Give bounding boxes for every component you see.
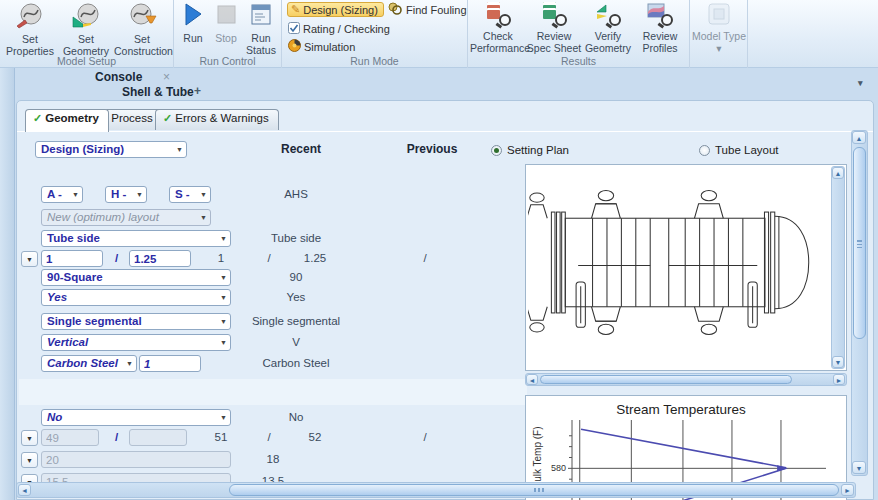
dropdown-arrow-icon: ▼ [72,191,79,198]
window-hscrollbar[interactable] [16,482,856,498]
svg-text:580: 580 [551,463,566,473]
rating-checking-toggle[interactable]: Rating / Checking [288,21,390,36]
section-gap-band [19,379,527,405]
tube-pattern-select[interactable]: 90-Square▼ [41,269,231,286]
tab-geometry[interactable]: ✓Geometry [25,109,109,132]
tube-material-select[interactable]: Carbon Steel▼ [41,355,137,372]
tab-overflow-arrow-icon[interactable]: ▾ [858,78,863,88]
hot-fluid-location-select[interactable]: Tube side▼ [41,230,231,247]
geometry-check-icon: ✓ [33,112,42,124]
review-profiles-button[interactable]: Review Profiles [632,2,688,54]
recent-tube-od: 1 [201,252,241,264]
tube-material-code-input[interactable] [139,355,201,372]
recent-tube-pitch: 1.25 [293,252,337,264]
hscroll-grip [534,488,544,492]
find-fouling-toggle[interactable]: Find Fouling [387,2,467,17]
setting-plan-hscroll-thumb[interactable] [540,375,792,384]
new-tab-button[interactable]: + [194,84,201,98]
run-icon [182,2,204,32]
front-head-type-select[interactable]: A -▼ [41,186,83,203]
vscroll-grip [857,240,862,248]
tab-close-icon[interactable]: × [163,70,170,84]
window-scroll-up-button[interactable]: ▲ [852,131,866,144]
set-geometry-button[interactable]: Set Geometry [58,2,114,54]
od-pitch-separator: / [115,252,118,264]
ribbon-group-model-type: Model Type ▾ [690,0,748,68]
setting-plan-panel: ▲ ▼ [525,164,847,371]
group-label-model-setup: Model Setup [0,55,173,67]
shell-type-select[interactable]: H -▼ [105,186,147,203]
recent-hot-fluid-location: Tube side [213,232,379,244]
run-label: Run [176,33,210,45]
previous-column-header: Previous [387,142,477,156]
set-geometry-icon [69,2,103,33]
tab-shell-and-tube-label: Shell & Tube [122,85,194,99]
window-vscroll-thumb[interactable] [853,147,866,339]
setting-plan-vscrollbar[interactable] [831,166,845,369]
set-construction-icon [125,2,159,33]
set-properties-icon [13,2,47,33]
run-status-button[interactable]: Run Status [242,2,280,54]
window-hscroll-thumb[interactable] [229,484,839,496]
setting-plan-hscrollbar[interactable] [525,373,847,386]
run-status-icon [249,2,273,32]
set-construction-label: Set Construction [114,34,170,58]
dropdown-arrow-icon: ▼ [136,191,143,198]
baffle-orientation-select[interactable]: Vertical▼ [41,334,231,351]
shell-od-input [129,429,187,446]
window-vscrollbar[interactable] [851,130,868,476]
recent-tema-type: AHS [213,188,379,200]
stop-icon [215,2,237,32]
setting-plan-radio[interactable] [491,145,502,156]
row-expander-button[interactable]: ▼ [21,430,38,446]
group-label-run-control: Run Control [174,55,281,67]
recent-fixed-shell-size: No [213,411,379,423]
ribbon: Set Properties Set Geometry Set Construc… [0,0,878,68]
check-performance-button[interactable]: Check Performance [470,2,526,54]
model-type-button: Model Type ▾ [691,2,747,54]
fixed-shell-size-select[interactable]: No▼ [41,409,231,426]
tube-layout-radio[interactable] [699,145,710,156]
ribbon-group-results: Check Performance Review Spec Sheet Veri… [468,0,690,68]
ribbon-group-run-control: Run Stop Run Status Run Control [174,0,282,68]
scroll-left-button[interactable]: ◄ [526,374,538,385]
setting-plan-drawing [528,175,828,350]
verify-geometry-button[interactable]: Verify Geometry [580,2,636,54]
row-expander-button[interactable]: ▼ [21,251,38,267]
scroll-down-button[interactable]: ▼ [832,356,844,368]
set-properties-button[interactable]: Set Properties [2,2,58,54]
check-performance-label: Check Performance [470,31,526,55]
tube-od-input[interactable] [41,250,103,267]
scroll-right-button[interactable]: ► [833,374,845,385]
find-fouling-icon [387,2,403,17]
baffle-type-select[interactable]: Single segmental▼ [41,313,231,330]
run-button[interactable]: Run [176,2,210,54]
tab-console[interactable]: Console [95,70,142,84]
review-profiles-label: Review Profiles [632,31,688,55]
baffles-exist-select[interactable]: Yes▼ [41,289,231,306]
dropdown-arrow-icon: ▼ [126,360,133,367]
model-type-icon [707,2,731,30]
rating-checkbox-icon [288,22,300,36]
verify-geometry-label: Verify Geometry [580,31,636,55]
window-scroll-right-button[interactable]: ► [841,484,854,496]
tab-shell-and-tube[interactable]: Shell & Tube [122,85,194,99]
window-scroll-left-button[interactable]: ◄ [18,484,31,496]
simulation-toggle[interactable]: Simulation [288,39,355,54]
calculation-mode-select[interactable]: Design (Sizing) ▼ [35,141,187,158]
set-construction-button[interactable]: Set Construction [114,2,170,54]
collapsed-panel-strip[interactable] [0,68,15,500]
tab-errors-warnings[interactable]: ✓Errors & Warnings [155,109,279,130]
review-spec-sheet-button[interactable]: Review Spec Sheet [526,2,582,54]
design-sizing-toggle[interactable]: ✎ Design (Sizing) [287,2,384,17]
row-expander-button[interactable]: ▼ [21,452,38,468]
stop-button: Stop [210,2,242,54]
scroll-up-button[interactable]: ▲ [832,167,844,179]
app-window: Set Properties Set Geometry Set Construc… [0,0,878,500]
window-scroll-down-button[interactable]: ▼ [852,461,866,474]
model-type-dropdown-arrow-icon: ▾ [716,42,721,54]
recent-od-pitch-separator: / [261,252,277,264]
recent-tube-length: 18 [231,453,315,465]
rear-head-type-select[interactable]: S -▼ [169,186,211,203]
tube-pitch-input[interactable] [129,250,191,267]
